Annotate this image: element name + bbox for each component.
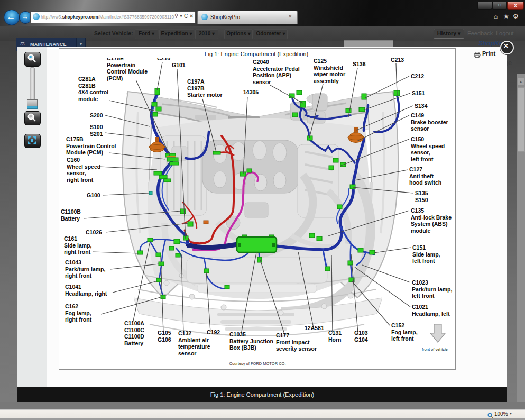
- svg-text:G105G106: G105G106: [158, 330, 171, 343]
- svg-text:C175EPowertrainControl Module(: C175EPowertrainControl Module(PCM): [107, 55, 148, 81]
- svg-text:C127Anti thefthood switch: C127Anti thefthood switch: [409, 166, 441, 186]
- svg-text:Courtesy of FORD MOTOR CO.: Courtesy of FORD MOTOR CO.: [229, 361, 286, 366]
- svg-text:S136: S136: [353, 61, 366, 67]
- svg-text:C192: C192: [207, 329, 220, 335]
- svg-text:C1043Park/turn lamp,right fron: C1043Park/turn lamp,right front: [65, 259, 106, 279]
- svg-text:S200: S200: [90, 112, 103, 118]
- svg-text:C175BPowertrain ControlModule: C175BPowertrain ControlModule (PCM): [66, 136, 116, 156]
- svg-text:C2040Accelerator PedalPosition: C2040Accelerator PedalPosition (APP)sens…: [253, 59, 300, 85]
- svg-text:C197AC197BStarter motor: C197AC197BStarter motor: [187, 78, 223, 98]
- svg-text:C125Windshieldwiper motorassem: C125Windshieldwiper motorassembly: [313, 58, 345, 84]
- svg-text:C1023Park/turn lamp,left front: C1023Park/turn lamp,left front: [412, 279, 453, 299]
- svg-text:C1026: C1026: [86, 229, 102, 235]
- svg-text:12A581: 12A581: [305, 325, 324, 331]
- svg-text:C150Wheel speedsensor,left fro: C150Wheel speedsensor,left front: [411, 136, 445, 162]
- svg-text:S151: S151: [412, 90, 425, 96]
- svg-text:C1100AC1100CC1100DBattery: C1100AC1100CC1100DBattery: [124, 320, 144, 346]
- svg-text:G100: G100: [87, 192, 100, 198]
- svg-text:S100S201: S100S201: [90, 124, 103, 137]
- svg-text:C281AC281B4X4 controlmodule: C281AC281B4X4 controlmodule: [78, 76, 108, 102]
- svg-text:C160Wheel speedsensor,right fr: C160Wheel speedsensor,right front: [67, 157, 100, 183]
- svg-text:14305: 14305: [243, 89, 259, 95]
- svg-text:C151Side lamp,left front: C151Side lamp,left front: [412, 244, 440, 264]
- svg-text:G101: G101: [172, 62, 186, 68]
- svg-text:C149Brake boostersensor: C149Brake boostersensor: [411, 112, 448, 132]
- svg-text:front of vehicle: front of vehicle: [422, 347, 448, 352]
- svg-text:C132Ambient airtemperaturesens: C132Ambient airtemperaturesensor: [178, 330, 210, 357]
- svg-text:C1035Battery JunctionBox (BJB): C1035Battery JunctionBox (BJB): [229, 331, 273, 351]
- svg-text:C1041Headlamp, right: C1041Headlamp, right: [65, 284, 107, 297]
- svg-text:S135S150: S135S150: [415, 190, 428, 203]
- svg-text:C131Horn: C131Horn: [328, 330, 342, 343]
- svg-text:C135Anti-lock BrakeSystem (ABS: C135Anti-lock BrakeSystem (ABS)module: [411, 207, 452, 234]
- svg-text:C161Side lamp,right front: C161Side lamp,right front: [64, 235, 92, 255]
- svg-text:S134: S134: [415, 103, 428, 109]
- svg-text:C162Fog lamp,right front: C162Fog lamp,right front: [65, 303, 92, 323]
- svg-text:C152Fog lamp,left front: C152Fog lamp,left front: [391, 322, 418, 342]
- svg-text:C1100BBattery: C1100BBattery: [61, 208, 81, 222]
- svg-text:C1021Headlamp, left: C1021Headlamp, left: [412, 304, 450, 317]
- svg-text:C177Front impactseverity senso: C177Front impactseverity sensor: [276, 332, 317, 352]
- svg-text:C212: C212: [411, 73, 424, 79]
- svg-text:Fig 1: Engine Compartment (Exp: Fig 1: Engine Compartment (Expedition): [205, 51, 308, 57]
- svg-text:G103G104: G103G104: [354, 330, 368, 343]
